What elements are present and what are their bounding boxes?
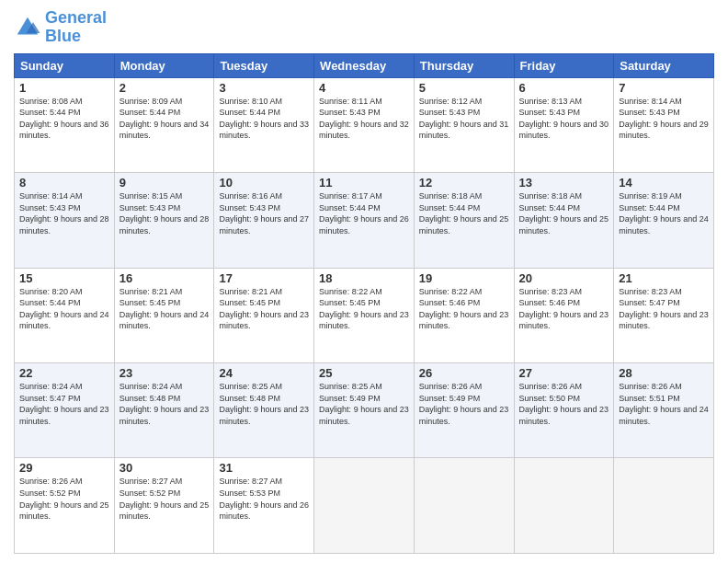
day-info: Sunrise: 8:15 AMSunset: 5:43 PMDaylight:…	[119, 190, 210, 236]
day-info: Sunrise: 8:11 AMSunset: 5:43 PMDaylight:…	[319, 96, 409, 142]
day-number: 18	[319, 271, 409, 285]
day-number: 14	[619, 176, 709, 190]
calendar-cell: 9Sunrise: 8:15 AMSunset: 5:43 PMDaylight…	[114, 173, 214, 268]
calendar-cell: 23Sunrise: 8:24 AMSunset: 5:48 PMDayligh…	[114, 363, 214, 458]
day-number: 23	[119, 366, 210, 380]
day-number: 2	[119, 81, 210, 95]
calendar-cell: 27Sunrise: 8:26 AMSunset: 5:50 PMDayligh…	[514, 363, 614, 458]
day-info: Sunrise: 8:25 AMSunset: 5:49 PMDaylight:…	[319, 381, 409, 427]
day-info: Sunrise: 8:18 AMSunset: 5:44 PMDaylight:…	[519, 190, 609, 236]
day-number: 29	[19, 461, 109, 475]
day-info: Sunrise: 8:26 AMSunset: 5:49 PMDaylight:…	[419, 381, 509, 427]
day-number: 15	[19, 271, 109, 285]
calendar-cell: 22Sunrise: 8:24 AMSunset: 5:47 PMDayligh…	[15, 363, 115, 458]
day-info: Sunrise: 8:26 AMSunset: 5:52 PMDaylight:…	[19, 476, 109, 522]
calendar-cell: 15Sunrise: 8:20 AMSunset: 5:44 PMDayligh…	[15, 268, 115, 362]
calendar-cell: 10Sunrise: 8:16 AMSunset: 5:43 PMDayligh…	[214, 173, 314, 268]
day-info: Sunrise: 8:19 AMSunset: 5:44 PMDaylight:…	[619, 190, 709, 236]
day-number: 10	[219, 176, 309, 190]
logo-text: General Blue	[45, 9, 107, 46]
calendar-cell: 16Sunrise: 8:21 AMSunset: 5:45 PMDayligh…	[114, 268, 214, 362]
calendar-cell: 17Sunrise: 8:21 AMSunset: 5:45 PMDayligh…	[214, 268, 314, 362]
day-info: Sunrise: 8:24 AMSunset: 5:47 PMDaylight:…	[19, 381, 109, 427]
day-number: 20	[519, 271, 609, 285]
calendar-cell: 24Sunrise: 8:25 AMSunset: 5:48 PMDayligh…	[214, 363, 314, 458]
calendar-cell	[514, 458, 614, 554]
calendar-cell: 1Sunrise: 8:08 AMSunset: 5:44 PMDaylight…	[15, 77, 115, 172]
calendar-cell: 7Sunrise: 8:14 AMSunset: 5:43 PMDaylight…	[614, 77, 714, 172]
day-info: Sunrise: 8:24 AMSunset: 5:48 PMDaylight:…	[119, 381, 210, 427]
day-number: 25	[319, 366, 409, 380]
calendar-cell: 3Sunrise: 8:10 AMSunset: 5:44 PMDaylight…	[214, 77, 314, 172]
calendar-cell: 29Sunrise: 8:26 AMSunset: 5:52 PMDayligh…	[15, 458, 115, 554]
day-number: 16	[119, 271, 210, 285]
day-number: 1	[19, 81, 109, 95]
calendar-cell: 2Sunrise: 8:09 AMSunset: 5:44 PMDaylight…	[114, 77, 214, 172]
day-info: Sunrise: 8:18 AMSunset: 5:44 PMDaylight:…	[419, 190, 509, 236]
day-header-monday: Monday	[114, 53, 214, 77]
calendar-cell: 8Sunrise: 8:14 AMSunset: 5:43 PMDaylight…	[15, 173, 115, 268]
day-number: 28	[619, 366, 709, 380]
day-info: Sunrise: 8:16 AMSunset: 5:43 PMDaylight:…	[219, 190, 309, 236]
day-info: Sunrise: 8:13 AMSunset: 5:43 PMDaylight:…	[519, 96, 609, 142]
logo-icon	[14, 14, 41, 41]
calendar-cell: 18Sunrise: 8:22 AMSunset: 5:45 PMDayligh…	[314, 268, 415, 362]
calendar-cell: 6Sunrise: 8:13 AMSunset: 5:43 PMDaylight…	[514, 77, 614, 172]
day-header-sunday: Sunday	[15, 53, 115, 77]
calendar-cell: 25Sunrise: 8:25 AMSunset: 5:49 PMDayligh…	[314, 363, 415, 458]
day-number: 11	[319, 176, 409, 190]
calendar-cell	[414, 458, 514, 554]
day-header-friday: Friday	[514, 53, 614, 77]
day-info: Sunrise: 8:10 AMSunset: 5:44 PMDaylight:…	[219, 96, 309, 142]
calendar-table: SundayMondayTuesdayWednesdayThursdayFrid…	[14, 53, 714, 554]
day-info: Sunrise: 8:17 AMSunset: 5:44 PMDaylight:…	[319, 190, 409, 236]
calendar-cell	[314, 458, 415, 554]
day-header-wednesday: Wednesday	[314, 53, 415, 77]
header: General Blue	[14, 9, 714, 46]
day-number: 27	[519, 366, 609, 380]
day-number: 9	[119, 176, 210, 190]
calendar-cell: 4Sunrise: 8:11 AMSunset: 5:43 PMDaylight…	[314, 77, 415, 172]
calendar-cell: 26Sunrise: 8:26 AMSunset: 5:49 PMDayligh…	[414, 363, 514, 458]
calendar-cell: 19Sunrise: 8:22 AMSunset: 5:46 PMDayligh…	[414, 268, 514, 362]
day-number: 17	[219, 271, 309, 285]
day-info: Sunrise: 8:27 AMSunset: 5:52 PMDaylight:…	[119, 476, 210, 522]
calendar-cell: 13Sunrise: 8:18 AMSunset: 5:44 PMDayligh…	[514, 173, 614, 268]
day-number: 19	[419, 271, 509, 285]
day-number: 13	[519, 176, 609, 190]
day-info: Sunrise: 8:26 AMSunset: 5:51 PMDaylight:…	[619, 381, 709, 427]
day-info: Sunrise: 8:23 AMSunset: 5:47 PMDaylight:…	[619, 286, 709, 332]
day-info: Sunrise: 8:14 AMSunset: 5:43 PMDaylight:…	[619, 96, 709, 142]
day-number: 6	[519, 81, 609, 95]
calendar-cell: 20Sunrise: 8:23 AMSunset: 5:46 PMDayligh…	[514, 268, 614, 362]
calendar-cell: 21Sunrise: 8:23 AMSunset: 5:47 PMDayligh…	[614, 268, 714, 362]
day-number: 5	[419, 81, 509, 95]
day-number: 22	[19, 366, 109, 380]
calendar-cell: 28Sunrise: 8:26 AMSunset: 5:51 PMDayligh…	[614, 363, 714, 458]
day-info: Sunrise: 8:22 AMSunset: 5:45 PMDaylight:…	[319, 286, 409, 332]
calendar-cell: 31Sunrise: 8:27 AMSunset: 5:53 PMDayligh…	[214, 458, 314, 554]
day-number: 4	[319, 81, 409, 95]
day-info: Sunrise: 8:23 AMSunset: 5:46 PMDaylight:…	[519, 286, 609, 332]
day-info: Sunrise: 8:22 AMSunset: 5:46 PMDaylight:…	[419, 286, 509, 332]
day-number: 21	[619, 271, 709, 285]
day-number: 30	[119, 461, 210, 475]
page: General Blue SundayMondayTuesdayWednesda…	[0, 0, 728, 563]
day-info: Sunrise: 8:20 AMSunset: 5:44 PMDaylight:…	[19, 286, 109, 332]
day-info: Sunrise: 8:25 AMSunset: 5:48 PMDaylight:…	[219, 381, 309, 427]
day-header-tuesday: Tuesday	[214, 53, 314, 77]
calendar-cell: 14Sunrise: 8:19 AMSunset: 5:44 PMDayligh…	[614, 173, 714, 268]
calendar-cell: 12Sunrise: 8:18 AMSunset: 5:44 PMDayligh…	[414, 173, 514, 268]
day-number: 12	[419, 176, 509, 190]
day-info: Sunrise: 8:21 AMSunset: 5:45 PMDaylight:…	[119, 286, 210, 332]
day-info: Sunrise: 8:14 AMSunset: 5:43 PMDaylight:…	[19, 190, 109, 236]
calendar-cell: 30Sunrise: 8:27 AMSunset: 5:52 PMDayligh…	[114, 458, 214, 554]
day-number: 7	[619, 81, 709, 95]
calendar-cell: 5Sunrise: 8:12 AMSunset: 5:43 PMDaylight…	[414, 77, 514, 172]
calendar-cell	[614, 458, 714, 554]
day-info: Sunrise: 8:09 AMSunset: 5:44 PMDaylight:…	[119, 96, 210, 142]
day-number: 3	[219, 81, 309, 95]
day-header-thursday: Thursday	[414, 53, 514, 77]
calendar-cell: 11Sunrise: 8:17 AMSunset: 5:44 PMDayligh…	[314, 173, 415, 268]
logo: General Blue	[14, 9, 107, 46]
